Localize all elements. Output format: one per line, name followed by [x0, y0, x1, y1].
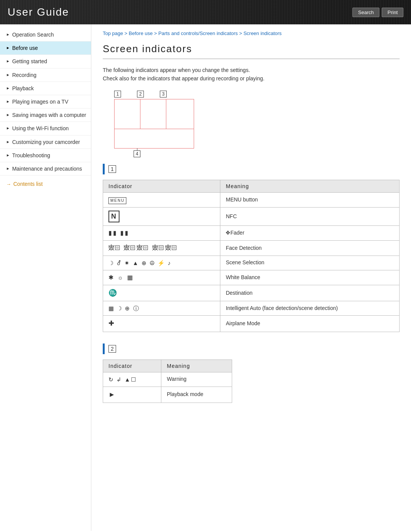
- face-detection-icon: 🕸🏻 🕸🏻🕸🏻 🕸🏻🕸🏻: [108, 244, 178, 251]
- diagram-label-1: 1: [114, 91, 121, 97]
- contents-list-link[interactable]: → Contents list: [0, 176, 91, 190]
- chevron-right-icon: ►: [6, 126, 10, 131]
- diagram-cell-1: [115, 99, 140, 129]
- sidebar-item-saving-images[interactable]: ► Saving images with a computer: [0, 109, 91, 122]
- main-layout: ► Operation Search ► Before use ► Gettin…: [0, 24, 411, 531]
- description-line2: Check also for the indicators that appea…: [103, 74, 400, 83]
- sidebar-item-recording[interactable]: ► Recording: [0, 69, 91, 82]
- table-2: Indicator Meaning ↻ ↲ ▲☐ Warning ► Playb…: [103, 359, 232, 403]
- sidebar-item-label: Before use: [12, 45, 38, 51]
- sidebar-item-label: Playing images on a TV: [12, 98, 68, 105]
- sidebar-item-label: Getting started: [12, 58, 47, 65]
- table-row: ✚ Airplane Mode: [103, 316, 400, 332]
- chevron-right-icon: ►: [6, 99, 10, 104]
- table1-col1: Indicator: [103, 180, 220, 192]
- chevron-right-icon: ►: [6, 153, 10, 158]
- indicator-cell: N: [103, 207, 220, 225]
- screen-diagram: 1 2 3 4: [110, 91, 202, 149]
- meaning-cell: ✥Fader: [220, 225, 400, 240]
- diagram-inner-row: [115, 99, 194, 129]
- diagram-top-labels: 1 2 3: [110, 91, 202, 97]
- sidebar-item-playing-images[interactable]: ► Playing images on a TV: [0, 95, 91, 109]
- table-row: ► Playback mode: [103, 387, 232, 403]
- meaning-cell: White Balance: [220, 270, 400, 285]
- header-buttons: Search Print: [352, 8, 403, 17]
- breadcrumb-text: Top page > Before use > Parts and contro…: [103, 30, 282, 36]
- chevron-right-icon: ►: [6, 32, 10, 37]
- intelligent-auto-icon: ▦ ☽ ⊕ ⓘ: [108, 305, 140, 312]
- description-line1: The following indicators appear when you…: [103, 66, 400, 74]
- blue-bar-1: [103, 164, 105, 174]
- meaning-cell: Warning: [161, 372, 232, 387]
- meaning-cell: Face Detection: [220, 241, 400, 256]
- meaning-cell: Intelligent Auto (face detection/scene d…: [220, 301, 400, 316]
- chevron-right-icon: ►: [6, 112, 10, 117]
- sidebar: ► Operation Search ► Before use ► Gettin…: [0, 24, 91, 531]
- sidebar-item-label: Maintenance and precautions: [12, 165, 82, 172]
- indicator-cell: MENU: [103, 192, 220, 207]
- section-2-header: 2: [103, 343, 400, 354]
- table-row: MENU MENU button: [103, 192, 400, 207]
- table-row: ✱ ☼ ▦ White Balance: [103, 270, 400, 285]
- print-button[interactable]: Print: [382, 8, 403, 17]
- diagram-box: 4: [114, 99, 194, 149]
- table-1: Indicator Meaning MENU MENU button N NFC: [103, 180, 400, 332]
- destination-icon: ♏: [108, 289, 118, 297]
- diagram-bottom: [115, 129, 194, 147]
- table-row: ♏ Destination: [103, 285, 400, 301]
- chevron-right-icon: ►: [6, 166, 10, 171]
- sidebar-item-label: Recording: [12, 72, 37, 78]
- arrow-right-icon: →: [6, 181, 11, 187]
- diagram-label-4: 4: [134, 150, 140, 157]
- indicator-cell: ♏: [103, 285, 220, 301]
- chevron-right-icon: ►: [6, 59, 10, 64]
- indicator-cell: ☽ ⚦ ✷ ▲ ⊕ ☮ ⚡ ♪: [103, 256, 220, 270]
- section-2-num: 2: [108, 345, 116, 353]
- airplane-icon: ✚: [108, 320, 115, 327]
- indicator-cell: 🕸🏻 🕸🏻🕸🏻 🕸🏻🕸🏻: [103, 241, 220, 256]
- header: User Guide Search Print: [0, 0, 411, 24]
- section-1-num: 1: [108, 165, 116, 173]
- sidebar-item-customizing[interactable]: ► Customizing your camcorder: [0, 136, 91, 149]
- chevron-right-icon: ►: [6, 72, 10, 77]
- diagram-cell-3: [166, 99, 194, 129]
- indicator-cell: ▦ ☽ ⊕ ⓘ: [103, 301, 220, 316]
- indicator-cell: ↻ ↲ ▲☐: [103, 372, 161, 387]
- table-row: ▦ ☽ ⊕ ⓘ Intelligent Auto (face detection…: [103, 301, 400, 316]
- search-button[interactable]: Search: [352, 8, 379, 17]
- app-title: User Guide: [8, 6, 69, 18]
- indicator-cell: ▮▮ ▮▮: [103, 225, 220, 240]
- indicator-cell: ►: [103, 387, 161, 403]
- sidebar-item-playback[interactable]: ► Playback: [0, 82, 91, 95]
- indicator-cell: ✚: [103, 316, 220, 332]
- white-balance-icon: ✱ ☼ ▦: [108, 274, 134, 281]
- sidebar-item-troubleshooting[interactable]: ► Troubleshooting: [0, 149, 91, 162]
- scene-selection-icon: ☽ ⚦ ✷ ▲ ⊕ ☮ ⚡ ♪: [108, 260, 172, 266]
- table1-col2: Meaning: [220, 180, 400, 192]
- sidebar-item-wifi[interactable]: ► Using the Wi-Fi function: [0, 122, 91, 135]
- chevron-right-icon: ►: [6, 45, 10, 50]
- page-description: The following indicators appear when you…: [103, 66, 400, 83]
- table-row: ↻ ↲ ▲☐ Warning: [103, 372, 232, 387]
- diagram-cell-2: [140, 99, 166, 129]
- indicator-cell: ✱ ☼ ▦: [103, 270, 220, 285]
- page-title: Screen indicators: [103, 43, 400, 59]
- breadcrumb[interactable]: Top page > Before use > Parts and contro…: [103, 30, 400, 36]
- table-row: N NFC: [103, 207, 400, 225]
- sidebar-item-maintenance[interactable]: ► Maintenance and precautions: [0, 162, 91, 176]
- meaning-cell: Destination: [220, 285, 400, 301]
- table2-col1: Indicator: [103, 359, 161, 372]
- meaning-cell: Scene Selection: [220, 256, 400, 270]
- table2-col2: Meaning: [161, 359, 232, 372]
- meaning-cell: Airplane Mode: [220, 316, 400, 332]
- content-area: Top page > Before use > Parts and contro…: [91, 24, 411, 531]
- sidebar-item-label: Using the Wi-Fi function: [12, 125, 69, 132]
- sidebar-item-getting-started[interactable]: ► Getting started: [0, 55, 91, 68]
- sidebar-item-operation-search[interactable]: ► Operation Search: [0, 28, 91, 42]
- section-1-header: 1: [103, 164, 400, 174]
- sidebar-item-before-use[interactable]: ► Before use: [0, 42, 91, 55]
- menu-icon: MENU: [108, 197, 126, 204]
- table-row: ☽ ⚦ ✷ ▲ ⊕ ☮ ⚡ ♪ Scene Selection: [103, 256, 400, 270]
- diagram-label-2: 2: [137, 91, 144, 97]
- contents-link-label: Contents list: [13, 181, 43, 187]
